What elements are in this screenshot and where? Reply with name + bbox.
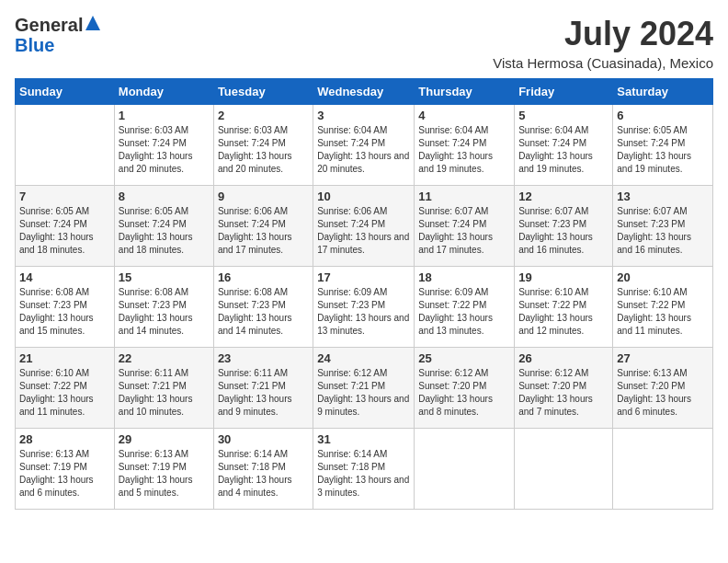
calendar-cell: 3Sunrise: 6:04 AMSunset: 7:24 PMDaylight… — [313, 105, 415, 186]
day-number: 21 — [19, 351, 110, 365]
day-number: 20 — [617, 270, 709, 284]
calendar-cell: 10Sunrise: 6:06 AMSunset: 7:24 PMDayligh… — [313, 186, 415, 267]
day-number: 26 — [518, 351, 609, 365]
calendar-week-row: 14Sunrise: 6:08 AMSunset: 7:23 PMDayligh… — [16, 267, 713, 348]
day-number: 15 — [119, 270, 210, 284]
day-info: Sunrise: 6:04 AMSunset: 7:24 PMDaylight:… — [418, 124, 510, 176]
month-title: July 2024 — [493, 15, 713, 53]
day-number: 24 — [317, 351, 410, 365]
day-number: 8 — [119, 190, 210, 203]
calendar-cell: 18Sunrise: 6:09 AMSunset: 7:22 PMDayligh… — [415, 267, 515, 348]
calendar-cell: 29Sunrise: 6:13 AMSunset: 7:19 PMDayligh… — [114, 429, 213, 510]
calendar-cell: 17Sunrise: 6:09 AMSunset: 7:23 PMDayligh… — [313, 267, 415, 348]
day-number: 17 — [317, 270, 410, 284]
day-number: 7 — [19, 190, 110, 203]
day-header-monday: Monday — [114, 79, 213, 105]
calendar-cell: 2Sunrise: 6:03 AMSunset: 7:24 PMDaylight… — [213, 105, 313, 186]
calendar-cell: 23Sunrise: 6:11 AMSunset: 7:21 PMDayligh… — [213, 348, 313, 429]
day-number: 30 — [218, 432, 309, 446]
day-number: 29 — [119, 432, 210, 446]
day-info: Sunrise: 6:05 AMSunset: 7:24 PMDaylight:… — [119, 205, 210, 257]
day-info: Sunrise: 6:09 AMSunset: 7:22 PMDaylight:… — [418, 286, 510, 338]
day-number: 10 — [317, 190, 410, 203]
calendar-cell: 28Sunrise: 6:13 AMSunset: 7:19 PMDayligh… — [16, 429, 115, 510]
calendar-cell: 7Sunrise: 6:05 AMSunset: 7:24 PMDaylight… — [16, 186, 115, 267]
day-number: 14 — [19, 270, 110, 284]
day-number: 28 — [19, 432, 110, 446]
day-number: 12 — [518, 190, 609, 203]
day-number: 1 — [119, 109, 210, 122]
calendar-week-row: 7Sunrise: 6:05 AMSunset: 7:24 PMDaylight… — [16, 186, 713, 267]
day-header-thursday: Thursday — [415, 79, 515, 105]
calendar-cell: 26Sunrise: 6:12 AMSunset: 7:20 PMDayligh… — [515, 348, 613, 429]
calendar-cell: 20Sunrise: 6:10 AMSunset: 7:22 PMDayligh… — [613, 267, 713, 348]
day-info: Sunrise: 6:14 AMSunset: 7:18 PMDaylight:… — [218, 448, 309, 500]
day-info: Sunrise: 6:07 AMSunset: 7:24 PMDaylight:… — [418, 205, 510, 257]
calendar-cell — [515, 429, 613, 510]
calendar-header-row: SundayMondayTuesdayWednesdayThursdayFrid… — [16, 79, 713, 105]
day-info: Sunrise: 6:04 AMSunset: 7:24 PMDaylight:… — [518, 124, 609, 176]
day-number: 4 — [418, 109, 510, 122]
day-number: 23 — [218, 351, 309, 365]
day-number: 2 — [218, 109, 309, 122]
header: General Blue July 2024 Vista Hermosa (Cu… — [15, 15, 713, 71]
day-number: 19 — [518, 270, 609, 284]
calendar-cell: 9Sunrise: 6:06 AMSunset: 7:24 PMDaylight… — [213, 186, 313, 267]
calendar-cell: 4Sunrise: 6:04 AMSunset: 7:24 PMDaylight… — [415, 105, 515, 186]
day-header-wednesday: Wednesday — [313, 79, 415, 105]
day-info: Sunrise: 6:06 AMSunset: 7:24 PMDaylight:… — [317, 205, 410, 257]
day-info: Sunrise: 6:14 AMSunset: 7:18 PMDaylight:… — [317, 448, 410, 500]
day-number: 11 — [418, 190, 510, 203]
day-number: 31 — [317, 432, 410, 446]
calendar-cell — [415, 429, 515, 510]
day-number: 6 — [617, 109, 709, 122]
day-info: Sunrise: 6:09 AMSunset: 7:23 PMDaylight:… — [317, 286, 410, 338]
calendar-cell: 25Sunrise: 6:12 AMSunset: 7:20 PMDayligh… — [415, 348, 515, 429]
day-info: Sunrise: 6:13 AMSunset: 7:19 PMDaylight:… — [19, 448, 110, 500]
day-info: Sunrise: 6:08 AMSunset: 7:23 PMDaylight:… — [218, 286, 309, 338]
day-info: Sunrise: 6:10 AMSunset: 7:22 PMDaylight:… — [19, 367, 110, 419]
day-number: 9 — [218, 190, 309, 203]
calendar-cell — [16, 105, 115, 186]
day-info: Sunrise: 6:06 AMSunset: 7:24 PMDaylight:… — [218, 205, 309, 257]
calendar-week-row: 21Sunrise: 6:10 AMSunset: 7:22 PMDayligh… — [16, 348, 713, 429]
day-header-saturday: Saturday — [613, 79, 713, 105]
calendar-cell: 24Sunrise: 6:12 AMSunset: 7:21 PMDayligh… — [313, 348, 415, 429]
day-info: Sunrise: 6:12 AMSunset: 7:20 PMDaylight:… — [418, 367, 510, 419]
day-header-tuesday: Tuesday — [213, 79, 313, 105]
location-title: Vista Hermosa (Cuasinada), Mexico — [493, 55, 713, 71]
day-number: 3 — [317, 109, 410, 122]
day-number: 22 — [119, 351, 210, 365]
calendar-cell: 19Sunrise: 6:10 AMSunset: 7:22 PMDayligh… — [515, 267, 613, 348]
calendar-cell: 30Sunrise: 6:14 AMSunset: 7:18 PMDayligh… — [213, 429, 313, 510]
day-number: 5 — [518, 109, 609, 122]
day-info: Sunrise: 6:04 AMSunset: 7:24 PMDaylight:… — [317, 124, 410, 176]
logo-triangle-icon — [85, 15, 101, 31]
day-info: Sunrise: 6:13 AMSunset: 7:19 PMDaylight:… — [119, 448, 210, 500]
day-number: 13 — [617, 190, 709, 203]
calendar-cell: 13Sunrise: 6:07 AMSunset: 7:23 PMDayligh… — [613, 186, 713, 267]
calendar-cell: 15Sunrise: 6:08 AMSunset: 7:23 PMDayligh… — [114, 267, 213, 348]
day-number: 25 — [418, 351, 510, 365]
day-number: 27 — [617, 351, 709, 365]
day-header-sunday: Sunday — [16, 79, 115, 105]
calendar-table: SundayMondayTuesdayWednesdayThursdayFrid… — [15, 78, 713, 510]
calendar-cell: 11Sunrise: 6:07 AMSunset: 7:24 PMDayligh… — [415, 186, 515, 267]
day-info: Sunrise: 6:10 AMSunset: 7:22 PMDaylight:… — [617, 286, 709, 338]
day-info: Sunrise: 6:07 AMSunset: 7:23 PMDaylight:… — [617, 205, 709, 257]
day-info: Sunrise: 6:05 AMSunset: 7:24 PMDaylight:… — [19, 205, 110, 257]
calendar-cell: 1Sunrise: 6:03 AMSunset: 7:24 PMDaylight… — [114, 105, 213, 186]
logo-general-text: General — [15, 15, 83, 35]
logo-blue-text: Blue — [15, 35, 54, 55]
calendar-cell: 21Sunrise: 6:10 AMSunset: 7:22 PMDayligh… — [16, 348, 115, 429]
logo: General Blue — [15, 15, 101, 55]
title-area: July 2024 Vista Hermosa (Cuasinada), Mex… — [493, 15, 713, 71]
svg-marker-0 — [85, 16, 100, 30]
day-info: Sunrise: 6:11 AMSunset: 7:21 PMDaylight:… — [218, 367, 309, 419]
calendar-cell: 31Sunrise: 6:14 AMSunset: 7:18 PMDayligh… — [313, 429, 415, 510]
calendar-cell: 5Sunrise: 6:04 AMSunset: 7:24 PMDaylight… — [515, 105, 613, 186]
day-number: 16 — [218, 270, 309, 284]
calendar-week-row: 1Sunrise: 6:03 AMSunset: 7:24 PMDaylight… — [16, 105, 713, 186]
day-info: Sunrise: 6:05 AMSunset: 7:24 PMDaylight:… — [617, 124, 709, 176]
calendar-cell — [613, 429, 713, 510]
